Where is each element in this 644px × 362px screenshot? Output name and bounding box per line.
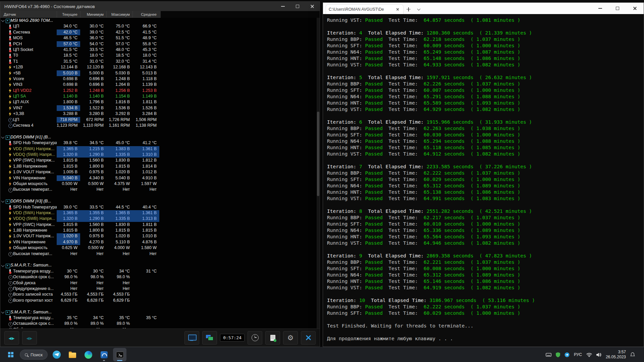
- wifi-icon[interactable]: [586, 353, 592, 357]
- sensor-row[interactable]: Всего прочитал хост6,629 ГБ6,628 ГБ6,629…: [0, 298, 161, 303]
- language-indicator[interactable]: РУС: [574, 352, 582, 357]
- sensor-row[interactable]: VDDQ (5WB) Напря...1.320 В1.290 В1.335 В…: [0, 152, 161, 158]
- sensor-row[interactable]: VIN Напряжение5.040 В4.340 В5.040 В4.910…: [0, 175, 161, 181]
- antivirus-shield-icon[interactable]: [556, 352, 560, 357]
- terminal-minimize-button[interactable]: [591, 3, 609, 14]
- taskbar-edge[interactable]: [82, 348, 95, 361]
- sensor-row[interactable]: Оставшийся срок с...98.0 %98.0 %98.0 %: [0, 274, 161, 280]
- sensor-group-header[interactable]: S.M.A.R.T.: Samsun...: [0, 309, 161, 315]
- sensor-row[interactable]: ЦП SA1.140 В1.140 В1.154 В1.149 В: [0, 94, 161, 99]
- touch-keyboard-icon[interactable]: [546, 353, 551, 357]
- sensor-row[interactable]: Высокая температ...НетНетНетНет: [0, 187, 161, 192]
- tab-close-button[interactable]: [394, 6, 400, 12]
- sensor-row[interactable]: T018.5 °C18.0 °C18.5 °C18.0 °C: [0, 53, 161, 58]
- clock-button[interactable]: [248, 331, 262, 345]
- terminal-tab[interactable]: C:\Users\ROMAN AVGUST\De: [326, 4, 404, 14]
- sensor-row[interactable]: Vcore0.698 В0.696 В1.248 В1.118 В: [0, 76, 161, 82]
- settings-button[interactable]: [283, 331, 298, 345]
- terminal-maximize-button[interactable]: [609, 3, 626, 14]
- tab-dropdown-button[interactable]: [414, 4, 424, 14]
- sensor-settings-button[interactable]: [184, 331, 199, 345]
- close-sensors-button[interactable]: [301, 331, 316, 345]
- sensor-group-header[interactable]: DDR5 DIMM [#3] (В...: [0, 198, 161, 204]
- sensor-row[interactable]: T131.5 °C31.0 °C32.0 °C31.4 °C: [0, 59, 161, 64]
- notification-bell-icon[interactable]: [630, 352, 635, 357]
- sensor-row[interactable]: VPP (SWC) Напряж...1.815 В1.560 В1.830 В…: [0, 158, 161, 163]
- column-header-average[interactable]: Среднее: [132, 11, 159, 17]
- sensor-row[interactable]: Температура возду...30 °C30 °C34 °C31 °C: [0, 268, 161, 274]
- sensor-row[interactable]: Высокая температ...НетНетНетНет: [0, 251, 161, 257]
- sensor-row[interactable]: MOS46.5 °C36.0 °C51.5 °C48.9 °C: [0, 35, 161, 41]
- remote-monitoring-button[interactable]: [202, 331, 217, 345]
- sensor-row[interactable]: VDD (5WA) Напряж...1.365 В1.355 В1.365 В…: [0, 210, 161, 216]
- sensor-row[interactable]: Система42.0 °C39.0 °C42.5 °C41.5 °C: [0, 29, 161, 35]
- sensor-row[interactable]: Сбой дискаНетНетНет: [0, 280, 161, 286]
- terminal-text-segment: Test Time:: [383, 81, 424, 86]
- column-header-minimum[interactable]: Минимум: [80, 11, 106, 17]
- sensor-row[interactable]: PCH57.0 °C54.0 °C57.0 °C55.8 °C: [0, 41, 161, 47]
- sensor-row[interactable]: VIN71.534 В1.522 В1.536 В1.526 В: [0, 105, 161, 111]
- logging-report-button[interactable]: [265, 331, 280, 345]
- nav-arrows-secondary-button[interactable]: [22, 331, 37, 345]
- sensor-group-header[interactable]: MSI MAG Z690 TOM...: [0, 18, 161, 23]
- taskbar-explorer[interactable]: [66, 348, 79, 361]
- terminal-close-button[interactable]: [626, 3, 644, 14]
- sensor-row[interactable]: ЦП34.0 °C30.0 °C75.0 °C66.9 °C: [0, 23, 161, 29]
- sensor-row[interactable]: ЦП AUX1.800 В1.796 В1.816 В1.811 В: [0, 99, 161, 105]
- sensor-value: 1,506 RPM: [132, 117, 159, 123]
- sensor-row[interactable]: Общая мощность0.500 W0.500 W4.375 W1.597…: [0, 181, 161, 187]
- sensor-row[interactable]: ЦП Socket41.5 °C33.5 °C48.0 °C45.3 °C: [0, 47, 161, 53]
- telegram-tray-icon[interactable]: [565, 352, 570, 357]
- sensor-row[interactable]: Общая мощность0.625 W0.500 W4.000 W1.580…: [0, 245, 161, 251]
- nav-arrows-button[interactable]: [4, 331, 19, 345]
- sensor-row[interactable]: Предупреждение о...НетНетНет: [0, 286, 161, 292]
- sensor-row[interactable]: ЦП VDD21.252 В1.248 В1.256 В1.253 В: [0, 88, 161, 94]
- sensor-label: ЦП AUX: [13, 99, 57, 105]
- sensor-row[interactable]: +5В5.010 В5.000 В5.030 В5.013 В: [0, 70, 161, 76]
- hwinfo-scrollbar[interactable]: [317, 18, 320, 328]
- sensor-group-header[interactable]: S.M.A.R.T.: Samsun...: [0, 262, 161, 268]
- sensor-row[interactable]: +3,3В3.288 В3.280 В3.292 В3.284 В: [0, 111, 161, 117]
- hwinfo-maximize-button[interactable]: [290, 2, 305, 11]
- sensor-row[interactable]: Оставшийся срок с...89.0 %89.0 %89.0 %: [0, 321, 161, 326]
- terminal-text-segment: Test Time:: [383, 107, 424, 112]
- sensor-row[interactable]: +12В12.144 В12.120 В12.168 В12.143 В: [0, 64, 161, 70]
- sensor-row[interactable]: SPD Hub Температура39.8 °C34.5 °C45.0 °C…: [0, 140, 161, 146]
- sensor-row[interactable]: SPD Hub Температура39.0 °C33.5 °C44.5 °C…: [0, 204, 161, 210]
- sensor-row[interactable]: VPP (SWC) Напряж...1.815 В1.560 В1.830 В…: [0, 222, 161, 228]
- sensor-group-header[interactable]: DDR5 DIMM [#1] (В...: [0, 134, 161, 140]
- tray-time: 3:57: [606, 350, 626, 355]
- hwinfo-titlebar[interactable]: HWiNFO64 v7.36-4960 - Состояние датчиков: [0, 2, 320, 11]
- terminal-text-segment: 7: [359, 164, 362, 169]
- sensor-row[interactable]: 1,8В Напряжение1.815 В1.800 В1.815 В1.81…: [0, 228, 161, 233]
- sensor-row[interactable]: 1,8В Напряжение1.815 В1.800 В1.815 В1.81…: [0, 164, 161, 169]
- sensor-row[interactable]: Температура возду...35 °C34 °C35 °C35 °C: [0, 315, 161, 321]
- column-header-maximum[interactable]: Максимум: [106, 11, 132, 17]
- hwinfo-close-button[interactable]: [305, 2, 320, 11]
- terminal-text-segment: Test Time:: [383, 151, 424, 157]
- start-button[interactable]: [4, 348, 17, 361]
- taskbar-telegram[interactable]: [50, 348, 63, 361]
- search-box[interactable]: Поиск: [20, 350, 48, 360]
- terminal-output[interactable]: Running VST: Passed Test Time: 64.857 se…: [323, 14, 644, 347]
- sensor-row[interactable]: VDDQ (5WB) Напря...1.320 В1.290 В1.335 В…: [0, 216, 161, 222]
- sensor-row[interactable]: Сбой дискаНетНетНет: [0, 327, 161, 328]
- column-header-sensor[interactable]: Датчик: [0, 11, 57, 17]
- taskbar-clock[interactable]: 3:57 26.05.2023: [606, 350, 626, 360]
- taskbar-terminal[interactable]: [113, 348, 126, 361]
- column-header-current[interactable]: Текущее: [57, 11, 80, 17]
- new-tab-button[interactable]: [404, 4, 414, 14]
- sensor-row[interactable]: Всего записей хоста4,553 ГБ4,553 ГБ4,553…: [0, 292, 161, 297]
- sensor-row[interactable]: VIN Напряжение4.970 В4.270 В5.110 В4.876…: [0, 239, 161, 245]
- hwinfo-scrollbar-thumb[interactable]: [317, 112, 319, 196]
- sensor-row[interactable]: VIN30.698 В0.696 В1.264 В1.139 В: [0, 82, 161, 87]
- hwinfo-minimize-button[interactable]: [275, 2, 290, 11]
- sensor-row[interactable]: Система 41,123 RPM1,110 RPM1,161 RPM1,13…: [0, 123, 161, 128]
- sensor-row[interactable]: 1.0V VOUT Напряж...1.005 В0.975 В1.020 В…: [0, 169, 161, 175]
- sensor-row[interactable]: 1.0V VOUT Напряж...1.020 В0.975 В1.020 В…: [0, 233, 161, 239]
- volume-icon[interactable]: [596, 353, 601, 357]
- sensor-row[interactable]: VDD (5WA) Напряж...1.365 В1.215 В1.383 В…: [0, 146, 161, 152]
- bolt-icon: [7, 94, 13, 99]
- taskbar-hwinfo[interactable]: [97, 348, 111, 361]
- sensor-row[interactable]: ЦП718 RPM672 RPM1,726 RPM1,506 RPM: [0, 117, 161, 123]
